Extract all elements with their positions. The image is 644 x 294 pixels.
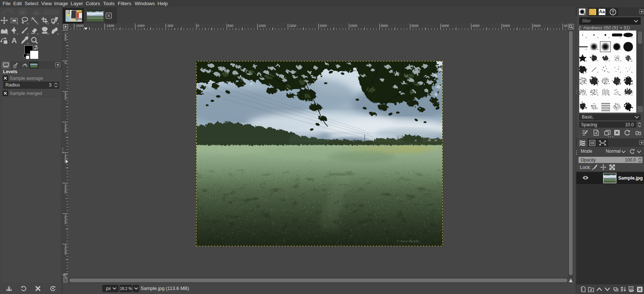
- svg-text:+: +: [631, 82, 633, 85]
- svg-text:+: +: [631, 60, 633, 63]
- svg-text:+: +: [597, 71, 598, 74]
- svg-text:+: +: [585, 94, 587, 97]
- svg-text:+: +: [597, 82, 598, 85]
- svg-text:+: +: [620, 36, 621, 39]
- svg-text:+: +: [608, 71, 610, 74]
- svg-text:+: +: [631, 48, 633, 51]
- svg-text:+: +: [585, 60, 587, 63]
- svg-text:+: +: [597, 36, 598, 39]
- svg-text:?: ?: [612, 10, 614, 15]
- svg-text:© Jason Murphy: © Jason Murphy: [397, 239, 419, 243]
- svg-text:+: +: [585, 71, 587, 74]
- svg-text:+: +: [608, 36, 610, 39]
- svg-text:+: +: [585, 36, 587, 39]
- svg-text:+: +: [620, 94, 621, 97]
- svg-text:+: +: [631, 36, 633, 39]
- svg-text:+: +: [597, 60, 598, 63]
- svg-text:+: +: [620, 71, 621, 74]
- svg-text:+: +: [597, 48, 598, 51]
- svg-text:+: +: [620, 82, 621, 85]
- svg-text:+: +: [597, 107, 598, 110]
- svg-text:+: +: [631, 71, 633, 74]
- svg-text:+: +: [631, 94, 633, 97]
- svg-text:+: +: [608, 82, 610, 85]
- svg-text:+: +: [597, 94, 598, 97]
- svg-text:+: +: [608, 94, 610, 97]
- svg-text:+: +: [585, 48, 587, 51]
- svg-text:+: +: [608, 107, 610, 110]
- svg-text:+: +: [585, 107, 587, 110]
- svg-text:+: +: [620, 60, 621, 63]
- svg-text:+: +: [608, 60, 610, 63]
- svg-text:+: +: [620, 48, 621, 51]
- svg-text:+: +: [585, 82, 587, 85]
- svg-text:A: A: [11, 36, 17, 44]
